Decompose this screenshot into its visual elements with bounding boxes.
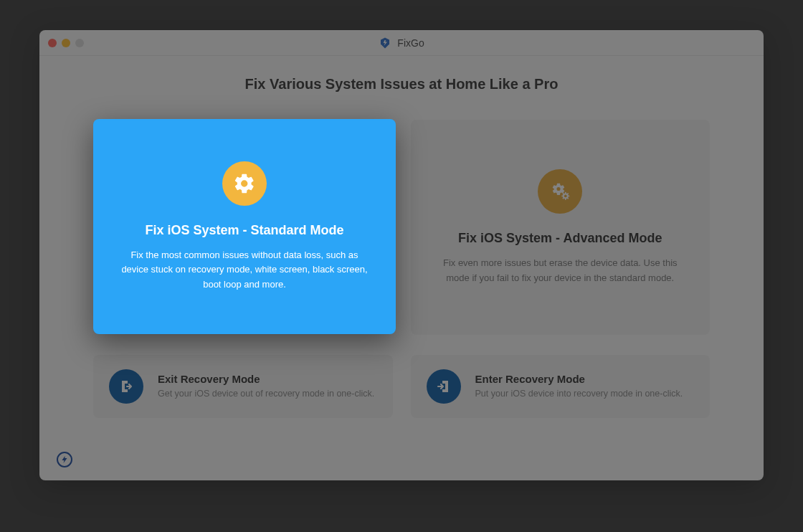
standard-mode-desc: Fix the most common issues without data … [118, 248, 371, 291]
minimize-button[interactable] [62, 39, 70, 47]
enter-recovery-title: Enter Recovery Mode [475, 373, 683, 385]
help-button[interactable] [57, 452, 72, 467]
maximize-button[interactable] [75, 39, 84, 47]
standard-mode-card-highlighted[interactable]: Fix iOS System - Standard Mode Fix the m… [93, 119, 396, 334]
standard-mode-title: Fix iOS System - Standard Mode [145, 223, 343, 238]
enter-recovery-card[interactable]: Enter Recovery Mode Put your iOS device … [411, 355, 711, 418]
gears-icon [538, 169, 582, 214]
exit-icon [109, 369, 143, 404]
app-logo-icon [379, 37, 391, 49]
exit-recovery-card[interactable]: Exit Recovery Mode Get your iOS device o… [93, 355, 393, 418]
close-button[interactable] [48, 39, 57, 47]
exit-recovery-desc: Get your iOS device out of recovery mode… [158, 388, 374, 401]
gear-icon [222, 161, 267, 206]
advanced-mode-title: Fix iOS System - Advanced Mode [458, 231, 662, 246]
lightning-icon [60, 455, 69, 464]
enter-recovery-desc: Put your iOS device into recovery mode i… [475, 388, 683, 401]
page-headline: Fix Various System Issues at Home Like a… [93, 76, 710, 92]
small-cards-row: Exit Recovery Mode Get your iOS device o… [93, 355, 710, 418]
app-title: FixGo [379, 37, 424, 49]
titlebar: FixGo [39, 30, 764, 56]
advanced-mode-desc: Fix even more issues but erase the devic… [435, 256, 686, 285]
window-controls [48, 39, 84, 47]
advanced-mode-card[interactable]: Fix iOS System - Advanced Mode Fix even … [411, 120, 711, 335]
exit-recovery-text: Exit Recovery Mode Get your iOS device o… [158, 373, 374, 401]
enter-recovery-text: Enter Recovery Mode Put your iOS device … [475, 373, 683, 401]
enter-icon [427, 369, 461, 404]
exit-recovery-title: Exit Recovery Mode [158, 373, 374, 385]
app-title-text: FixGo [397, 37, 424, 49]
